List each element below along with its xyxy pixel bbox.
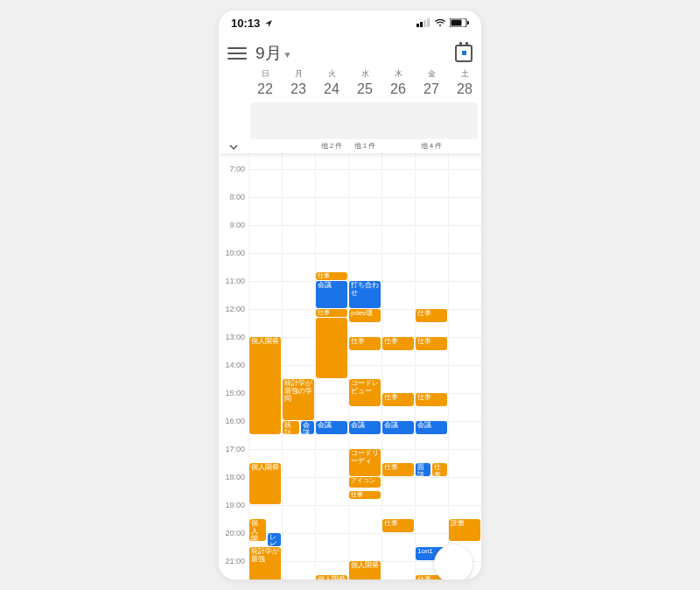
calendar-event[interactable]: 打ち合わせ [349, 281, 381, 308]
calendar-event[interactable]: 読書 [449, 519, 480, 541]
hour-cell[interactable] [382, 225, 415, 253]
calendar-event[interactable] [316, 318, 347, 378]
day-header-col[interactable]: 金27 [415, 68, 448, 101]
hour-cell[interactable] [448, 337, 481, 365]
hour-cell[interactable] [382, 533, 415, 561]
hour-cell[interactable] [315, 153, 348, 169]
calendar-event[interactable]: 仕事 [382, 463, 414, 476]
calendar-event[interactable]: 仕事 [416, 309, 447, 322]
calendar-event[interactable]: 仕事 [382, 393, 414, 406]
hour-cell[interactable] [382, 281, 415, 309]
hour-cell[interactable] [315, 533, 348, 561]
calendar-event[interactable]: 個人開発 [316, 575, 347, 579]
calendar-event[interactable]: pdev環 [349, 309, 381, 322]
hour-cell[interactable] [415, 281, 448, 309]
calendar-event[interactable]: 会議 [416, 421, 447, 434]
day-header-col[interactable]: 日22 [248, 68, 282, 101]
calendar-event[interactable]: 個人開発 [249, 337, 281, 434]
allday-event-block[interactable] [250, 102, 478, 139]
hour-cell[interactable] [348, 225, 382, 253]
hour-cell[interactable] [315, 477, 348, 505]
hour-cell[interactable] [382, 153, 415, 169]
hour-cell[interactable] [415, 153, 448, 169]
today-icon[interactable] [455, 45, 472, 62]
hour-cell[interactable] [348, 197, 382, 225]
hour-cell[interactable] [282, 477, 315, 505]
hour-cell[interactable] [348, 505, 382, 533]
hour-cell[interactable] [448, 393, 481, 421]
hour-cell[interactable] [282, 337, 315, 365]
hour-cell[interactable] [415, 477, 448, 505]
menu-icon[interactable] [228, 44, 247, 63]
add-event-fab[interactable] [434, 544, 472, 579]
day-header-col[interactable]: 水25 [348, 68, 382, 101]
hour-cell[interactable] [348, 533, 382, 561]
hour-cell[interactable] [382, 169, 415, 197]
hour-cell[interactable] [382, 197, 415, 225]
hour-cell[interactable] [382, 309, 415, 337]
calendar-event[interactable]: 仕事 [382, 519, 414, 532]
hour-cell[interactable] [448, 477, 481, 505]
calendar-event[interactable]: コードリーディ [349, 449, 381, 476]
hour-cell[interactable] [448, 225, 481, 253]
day-header-col[interactable]: 月23 [282, 68, 315, 101]
hour-cell[interactable] [282, 309, 315, 337]
calendar-event[interactable]: 仕事 [382, 337, 414, 350]
hour-cell[interactable] [448, 197, 481, 225]
allday-overflow-cell[interactable]: 他 2 件 [315, 141, 348, 151]
calendar-event[interactable]: 面談 [416, 463, 430, 476]
hour-cell[interactable] [448, 421, 481, 449]
calendar-event[interactable]: 統計学が最強 [249, 547, 281, 579]
hour-cell[interactable] [282, 449, 315, 477]
hour-cell[interactable] [282, 561, 315, 579]
hour-cell[interactable] [448, 253, 481, 281]
collapse-chevron-icon[interactable] [228, 141, 240, 153]
hour-cell[interactable] [248, 281, 282, 309]
calendar-event[interactable]: 仕事 [316, 309, 347, 317]
hour-cell[interactable] [282, 153, 315, 169]
hour-cell[interactable] [282, 281, 315, 309]
hour-cell[interactable] [282, 197, 315, 225]
hour-cell[interactable] [248, 197, 282, 225]
calendar-event[interactable]: 仕事 [316, 272, 347, 280]
hour-cell[interactable] [448, 449, 481, 477]
calendar-event[interactable]: 仕事 [416, 337, 447, 350]
calendar-event[interactable]: 個人開発 [249, 463, 281, 504]
hour-cell[interactable] [415, 197, 448, 225]
hour-cell[interactable] [282, 225, 315, 253]
hour-cell[interactable] [382, 477, 415, 505]
calendar-event[interactable]: 仕事 [432, 463, 447, 476]
calendar-event[interactable]: 会議 [349, 421, 381, 434]
hour-cell[interactable] [382, 253, 415, 281]
hour-cell[interactable] [382, 561, 415, 579]
hour-cell[interactable] [248, 225, 282, 253]
hour-cell[interactable] [248, 169, 282, 197]
day-header-col[interactable]: 土28 [448, 68, 481, 101]
calendar-event[interactable]: コードレビュー [349, 379, 381, 406]
hour-cell[interactable] [348, 169, 382, 197]
hour-cell[interactable] [282, 533, 315, 561]
allday-overflow-cell[interactable]: 他 4 件 [415, 141, 448, 151]
hour-cell[interactable] [448, 365, 481, 393]
calendar-event[interactable]: 統計 [283, 421, 299, 434]
hour-cell[interactable] [348, 253, 382, 281]
hour-cell[interactable] [415, 225, 448, 253]
calendar-event[interactable]: 個人開発 [249, 519, 266, 541]
allday-overflow-cell[interactable]: 他 1 件 [348, 141, 382, 151]
hour-cell[interactable] [248, 309, 282, 337]
calendar-event[interactable]: 仕事 [416, 393, 447, 406]
hour-cell[interactable] [315, 505, 348, 533]
hour-cell[interactable] [448, 169, 481, 197]
hour-cell[interactable] [415, 365, 448, 393]
calendar-event[interactable]: 会議 [301, 421, 314, 434]
hours-grid[interactable]: 6:007:008:009:0010:0011:0012:0013:0014:0… [219, 153, 481, 579]
hour-cell[interactable] [382, 365, 415, 393]
hour-cell[interactable] [415, 253, 448, 281]
day-header-col[interactable]: 木26 [382, 68, 415, 101]
calendar-event[interactable]: 会議 [382, 421, 414, 434]
hour-cell[interactable] [282, 253, 315, 281]
hour-cell[interactable] [415, 505, 448, 533]
hour-cell[interactable] [248, 153, 282, 169]
hour-cell[interactable] [248, 253, 282, 281]
hour-cell[interactable] [348, 153, 382, 169]
